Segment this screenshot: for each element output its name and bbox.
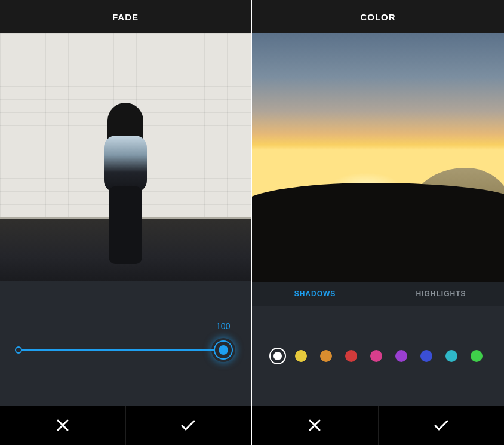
- fade-controls: 100: [0, 281, 251, 406]
- slider-track: [19, 349, 232, 351]
- footer-actions-fade: [0, 406, 251, 445]
- fade-panel: FADE 100: [0, 0, 251, 445]
- app-root: FADE 100: [0, 0, 504, 445]
- panel-title-color: COLOR: [252, 0, 504, 33]
- panel-title-fade: FADE: [0, 0, 251, 33]
- color-swatch-orange[interactable]: [320, 350, 332, 362]
- cancel-button[interactable]: [0, 406, 125, 445]
- color-panel: COLOR SHADOWS HIGHLIGHTS: [252, 0, 504, 445]
- color-swatch-yellow[interactable]: [295, 350, 307, 362]
- fade-title-label: FADE: [112, 12, 139, 22]
- close-icon: [308, 419, 321, 432]
- cancel-button[interactable]: [252, 406, 378, 445]
- color-swatch-none[interactable]: [273, 352, 282, 360]
- check-icon: [434, 419, 449, 432]
- photo-preview-color[interactable]: [252, 33, 504, 282]
- tab-highlights-label: HIGHLIGHTS: [416, 290, 466, 298]
- color-swatch-row: [252, 306, 504, 406]
- color-swatch-teal[interactable]: [445, 350, 457, 362]
- check-icon: [180, 419, 196, 432]
- tab-highlights[interactable]: HIGHLIGHTS: [378, 282, 504, 306]
- color-tabs: SHADOWS HIGHLIGHTS: [252, 282, 504, 306]
- photo-preview-fade[interactable]: [0, 33, 251, 281]
- tab-shadows[interactable]: SHADOWS: [252, 282, 378, 306]
- confirm-button[interactable]: [125, 406, 251, 445]
- photo-subject-person: [99, 103, 152, 270]
- color-swatch-red[interactable]: [345, 350, 357, 362]
- color-swatch-pink[interactable]: [370, 350, 382, 362]
- color-title-label: COLOR: [360, 12, 395, 22]
- confirm-button[interactable]: [378, 406, 505, 445]
- slider-handle[interactable]: [215, 342, 232, 358]
- slider-origin-dot: [15, 346, 22, 354]
- tab-shadows-label: SHADOWS: [294, 290, 336, 298]
- footer-actions-color: [252, 406, 504, 445]
- color-swatch-purple[interactable]: [395, 350, 407, 362]
- color-swatch-blue[interactable]: [420, 350, 432, 362]
- photo-hill: [252, 183, 504, 282]
- close-icon: [56, 419, 69, 432]
- fade-slider[interactable]: 100: [19, 338, 232, 362]
- slider-value-label: 100: [216, 321, 230, 331]
- color-swatch-green[interactable]: [471, 350, 483, 362]
